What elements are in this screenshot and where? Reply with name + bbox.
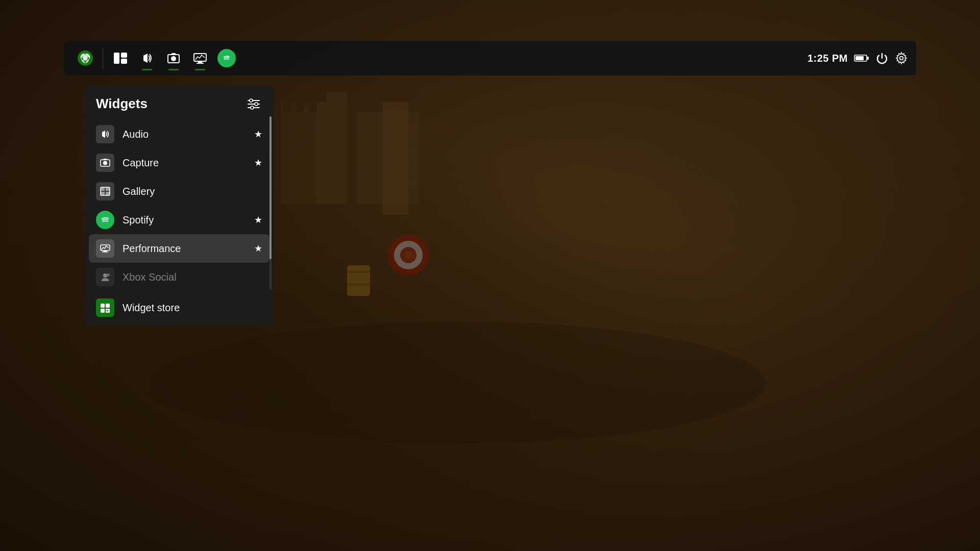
spotify-label: Spotify (122, 214, 254, 226)
svg-rect-26 (198, 61, 202, 63)
svg-rect-52 (104, 251, 107, 252)
audio-nav-button[interactable] (134, 45, 160, 71)
svg-rect-56 (101, 304, 105, 308)
svg-rect-47 (106, 187, 110, 191)
power-icon[interactable] (875, 52, 889, 65)
capture-label: Capture (122, 157, 254, 169)
spotify-icon (96, 211, 114, 229)
filter-icon[interactable] (245, 96, 262, 112)
gallery-icon-wrap (96, 182, 114, 201)
svg-rect-30 (867, 57, 869, 60)
scroll-bar[interactable] (270, 116, 272, 290)
battery-icon (854, 54, 869, 63)
capture-icon-wrap (96, 154, 114, 172)
svg-point-23 (171, 56, 176, 61)
spotify-star[interactable]: ★ (254, 214, 262, 226)
performance-star[interactable]: ★ (254, 243, 262, 254)
gallery-label: Gallery (122, 186, 262, 197)
svg-rect-31 (855, 56, 864, 60)
spotify-icon-wrap (96, 211, 114, 229)
svg-point-54 (103, 273, 107, 278)
widget-item-widget-store[interactable]: Widget store (89, 293, 270, 322)
svg-rect-19 (121, 53, 127, 58)
svg-point-40 (251, 106, 254, 109)
widget-store-icon-wrap (96, 298, 114, 317)
svg-rect-58 (101, 309, 105, 313)
widget-item-xbox-social[interactable]: Xbox Social (89, 263, 270, 291)
widgets-panel: Widgets (85, 86, 274, 326)
audio-star[interactable]: ★ (254, 129, 262, 140)
widget-store-icon (96, 298, 114, 317)
audio-icon-wrap (96, 125, 114, 143)
widgets-title: Widgets (96, 96, 148, 112)
top-bar-right: 1:25 PM (807, 52, 908, 65)
audio-label: Audio (122, 129, 254, 140)
widget-item-spotify[interactable]: Spotify ★ (89, 206, 270, 234)
svg-point-43 (103, 161, 107, 165)
audio-icon (96, 125, 114, 143)
widgets-list: Audio ★ Capture ★ (85, 120, 274, 322)
nav-divider (103, 48, 103, 68)
svg-marker-41 (102, 131, 105, 138)
performance-label: Performance (122, 243, 254, 255)
widget-item-gallery[interactable]: Gallery (89, 177, 270, 206)
svg-rect-53 (102, 252, 108, 253)
svg-rect-24 (172, 53, 176, 55)
widget-store-label: Widget store (122, 302, 262, 314)
svg-point-17 (83, 55, 88, 61)
time-display: 1:25 PM (807, 53, 848, 64)
capture-star[interactable]: ★ (254, 157, 262, 168)
widget-item-capture[interactable]: Capture ★ (89, 148, 270, 177)
svg-point-39 (255, 103, 258, 106)
svg-rect-48 (101, 192, 105, 195)
capture-nav-button[interactable] (160, 45, 187, 71)
gallery-icon (96, 182, 114, 201)
xbox-logo-button[interactable] (72, 45, 99, 71)
widget-item-audio[interactable]: Audio ★ (89, 120, 270, 148)
svg-point-38 (250, 99, 253, 102)
xbox-social-icon (96, 268, 114, 286)
performance-icon-wrap (96, 239, 114, 258)
svg-rect-44 (104, 159, 107, 160)
svg-rect-27 (197, 63, 204, 64)
svg-rect-57 (106, 304, 110, 308)
capture-icon (96, 154, 114, 172)
top-navigation-bar: 1:25 PM (64, 41, 916, 76)
settings-icon[interactable] (895, 52, 908, 65)
xbox-social-label: Xbox Social (122, 271, 262, 283)
snap-view-button[interactable] (107, 45, 134, 71)
svg-point-34 (900, 57, 903, 60)
svg-marker-21 (143, 54, 148, 63)
xbox-social-icon-wrap (96, 268, 114, 286)
performance-icon (96, 239, 114, 258)
svg-rect-18 (114, 53, 119, 64)
svg-rect-49 (106, 192, 110, 195)
performance-nav-button[interactable] (187, 45, 213, 71)
widgets-header: Widgets (85, 86, 274, 120)
svg-rect-46 (101, 187, 105, 191)
scroll-thumb (270, 116, 272, 259)
svg-point-55 (107, 273, 110, 277)
svg-point-28 (222, 53, 232, 63)
spotify-nav-button[interactable] (213, 45, 240, 71)
widget-item-performance[interactable]: Performance ★ (89, 234, 270, 263)
svg-rect-20 (121, 59, 127, 64)
